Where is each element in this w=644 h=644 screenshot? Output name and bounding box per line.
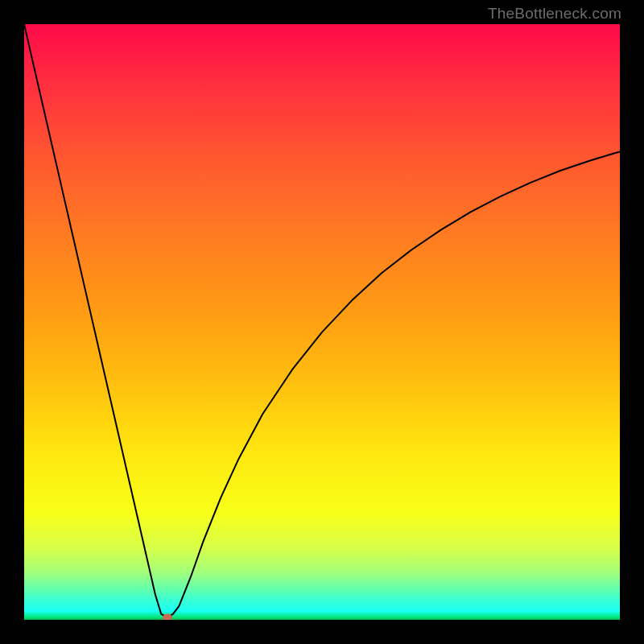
bottleneck-curve: [24, 24, 620, 617]
chart-frame: TheBottleneck.com: [0, 0, 644, 644]
curve-svg: [24, 24, 620, 620]
watermark-text: TheBottleneck.com: [488, 5, 621, 23]
min-marker-icon: [163, 614, 172, 620]
plot-area: [24, 24, 620, 620]
